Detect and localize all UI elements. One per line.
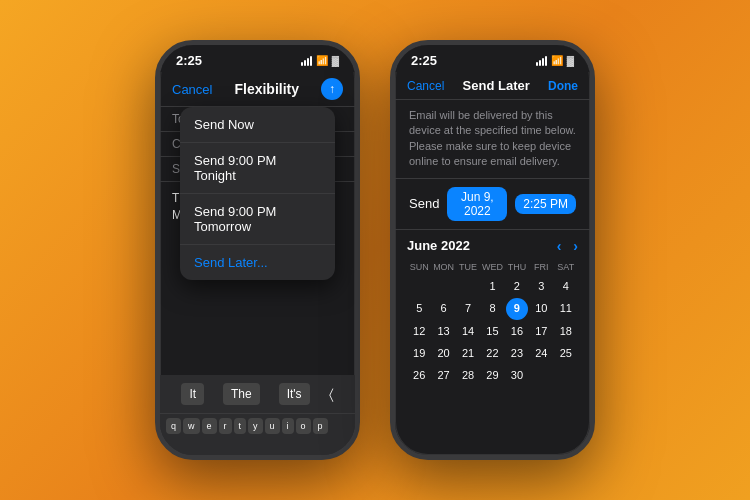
cal-day-4[interactable]: 4 [554,276,578,297]
cal-day-26[interactable]: 26 [407,365,431,386]
status-time-2: 2:25 [411,53,437,68]
cal-day-1[interactable]: 1 [480,276,504,297]
cal-day-22[interactable]: 22 [480,343,504,364]
key-e[interactable]: e [202,418,217,434]
signal-icon-2 [536,56,547,66]
prev-month-button[interactable]: ‹ [557,238,562,254]
key-q[interactable]: q [166,418,181,434]
cal-day-11[interactable]: 11 [554,298,578,320]
battery-icon: ▓ [332,55,339,66]
calendar-week-5: 26 27 28 29 30 [407,365,578,386]
day-label-thu: THU [505,260,529,274]
calendar-grid: SUN MON TUE WED THU FRI SAT 1 2 3 4 5 [407,260,578,387]
calendar-day-headers: SUN MON TUE WED THU FRI SAT [407,260,578,274]
cal-day-7[interactable]: 7 [456,298,480,320]
cancel-button[interactable]: Cancel [172,82,212,97]
cal-day-29[interactable]: 29 [480,365,504,386]
send-button[interactable] [321,78,343,100]
send-time-picker[interactable]: 2:25 PM [515,194,576,214]
day-label-fri: FRI [529,260,553,274]
cal-day-30[interactable]: 30 [505,365,529,386]
cal-day-14[interactable]: 14 [456,321,480,342]
keyboard-keys: q w e r t y u i o p [160,414,355,438]
key-y[interactable]: y [248,418,263,434]
word-its[interactable]: It's [279,383,310,405]
cal-day-empty [554,365,578,386]
send-options-menu: Send Now Send 9:00 PM Tonight Send 9:00 … [180,107,335,280]
sendlater-info: Email will be delivered by this device a… [395,100,590,179]
send-label: Send [409,196,439,211]
calendar-week-1: 1 2 3 4 [407,276,578,297]
cal-day-empty [529,365,553,386]
calendar: June 2022 ‹ › SUN MON TUE WED THU FRI SA… [395,230,590,396]
calendar-month-label: June 2022 [407,238,470,253]
day-label-sat: SAT [554,260,578,274]
calendar-arrows: ‹ › [557,238,578,254]
calendar-nav: June 2022 ‹ › [407,238,578,254]
key-p[interactable]: p [313,418,328,434]
status-icons-2: 📶 ▓ [536,55,574,66]
cal-day-13[interactable]: 13 [431,321,455,342]
send-now-option[interactable]: Send Now [180,107,335,143]
status-time-1: 2:25 [176,53,202,68]
cal-day-10[interactable]: 10 [529,298,553,320]
day-label-wed: WED [480,260,504,274]
cal-day-19[interactable]: 19 [407,343,431,364]
cal-day-empty [407,276,431,297]
cal-day-16[interactable]: 16 [505,321,529,342]
cal-day-28[interactable]: 28 [456,365,480,386]
cal-day-3[interactable]: 3 [529,276,553,297]
cal-day-6[interactable]: 6 [431,298,455,320]
key-r[interactable]: r [219,418,232,434]
keyboard-toolbar: It The It's 〈 [160,375,355,414]
keyboard-hide-icon[interactable]: 〈 [329,386,334,403]
send-row: Send Jun 9, 2022 2:25 PM [395,179,590,230]
compose-title: Flexibility [234,81,299,97]
cal-day-27[interactable]: 27 [431,365,455,386]
send-date-picker[interactable]: Jun 9, 2022 [447,187,507,221]
key-t[interactable]: t [234,418,247,434]
send-tomorrow-option[interactable]: Send 9:00 PM Tomorrow [180,194,335,245]
key-u[interactable]: u [265,418,280,434]
status-icons-1: 📶 ▓ [301,55,339,66]
word-the[interactable]: The [223,383,260,405]
signal-icon [301,56,312,66]
key-i[interactable]: i [282,418,294,434]
wifi-icon-2: 📶 [551,55,563,66]
cal-day-23[interactable]: 23 [505,343,529,364]
cal-day-9-today[interactable]: 9 [506,298,528,320]
phone-1: 2:25 📶 ▓ Cancel Flexibility To: Chance M… [155,40,360,460]
cal-day-17[interactable]: 17 [529,321,553,342]
cal-day-12[interactable]: 12 [407,321,431,342]
sendlater-title: Send Later [463,78,530,93]
cal-day-15[interactable]: 15 [480,321,504,342]
day-label-mon: MON [431,260,455,274]
cal-day-20[interactable]: 20 [431,343,455,364]
calendar-week-4: 19 20 21 22 23 24 25 [407,343,578,364]
cal-day-18[interactable]: 18 [554,321,578,342]
cal-day-25[interactable]: 25 [554,343,578,364]
status-bar-1: 2:25 📶 ▓ [160,45,355,72]
send-tonight-option[interactable]: Send 9:00 PM Tonight [180,143,335,194]
calendar-week-2: 5 6 7 8 9 10 11 [407,298,578,320]
calendar-week-3: 12 13 14 15 16 17 18 [407,321,578,342]
key-w[interactable]: w [183,418,200,434]
cal-day-21[interactable]: 21 [456,343,480,364]
send-later-option[interactable]: Send Later... [180,245,335,280]
status-bar-2: 2:25 📶 ▓ [395,45,590,72]
cal-day-8[interactable]: 8 [480,298,504,320]
next-month-button[interactable]: › [573,238,578,254]
cal-day-2[interactable]: 2 [505,276,529,297]
cal-day-24[interactable]: 24 [529,343,553,364]
day-label-tue: TUE [456,260,480,274]
key-o[interactable]: o [296,418,311,434]
battery-icon-2: ▓ [567,55,574,66]
sendlater-done-button[interactable]: Done [548,79,578,93]
word-it[interactable]: It [181,383,204,405]
cal-day-empty [431,276,455,297]
cal-day-5[interactable]: 5 [407,298,431,320]
compose-header: Cancel Flexibility [160,72,355,107]
day-label-sun: SUN [407,260,431,274]
sendlater-cancel-button[interactable]: Cancel [407,79,444,93]
sendlater-header: Cancel Send Later Done [395,72,590,100]
